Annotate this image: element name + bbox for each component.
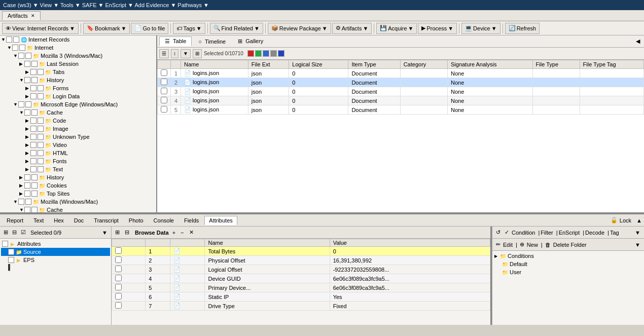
expand-arrow-btn[interactable]: ◀	[636, 38, 642, 45]
col-logical-size[interactable]: Logical Size	[289, 60, 348, 69]
tree-item-10[interactable]: ▶📁Code	[0, 117, 156, 125]
cb-input-3[interactable]	[161, 97, 167, 103]
tree-arrow-11[interactable]: ▶	[25, 126, 30, 131]
browse-cb-input-5[interactable]	[115, 293, 122, 300]
tree-arrow-7[interactable]: ▶	[25, 94, 30, 99]
tree-arrow-5[interactable]: ▼	[19, 78, 24, 83]
tree-item-1[interactable]: ▼📁Internet	[0, 44, 156, 52]
attr-collapse-btn[interactable]: ⊟	[11, 229, 18, 236]
table-row[interactable]: 3 📄 logins.json json 0 Document None	[158, 87, 644, 96]
tree-item-21[interactable]: ▼📁Cache	[0, 206, 156, 212]
process-btn[interactable]: ▶ Process ▼	[418, 23, 457, 34]
col-file-type[interactable]: File Type	[532, 60, 580, 69]
tree-item-13[interactable]: ▶📁Video	[0, 141, 156, 149]
tree-cb2-6[interactable]	[38, 85, 44, 91]
tree-cb2-7[interactable]	[38, 93, 44, 99]
tree-cb-0[interactable]	[6, 36, 12, 43]
tree-arrow-19[interactable]: ▶	[19, 191, 24, 196]
tree-cb2-19[interactable]	[31, 191, 38, 197]
browse-row[interactable]: 2 📄 Physical Offset 16,391,380,992	[112, 256, 490, 265]
browse-cb-input-3[interactable]	[115, 275, 122, 281]
attr-cb-attributes[interactable]	[2, 241, 8, 247]
tree-cb2-1[interactable]	[19, 45, 25, 51]
group-btn[interactable]: ⊞	[193, 49, 202, 58]
gray-filter[interactable]	[270, 50, 277, 57]
columns-btn[interactable]: ☰	[159, 49, 169, 58]
artifacts-btn[interactable]: ⚙ Artifacts ▼	[332, 23, 372, 34]
conditions-user[interactable]: 📁 User	[493, 268, 643, 276]
artifacts-tab[interactable]: Artifacts ✕	[2, 11, 41, 20]
tree-item-14[interactable]: ▶📁HTML	[0, 149, 156, 157]
browse-row[interactable]: 1 📄 Total Bytes 0	[112, 247, 490, 256]
tree-arrow-1[interactable]: ▼	[7, 45, 12, 50]
tree-item-9[interactable]: ▼📁Cache	[0, 108, 156, 117]
bookmark-btn[interactable]: 🔖 Bookmark ▼	[83, 23, 130, 34]
browse-cb-2[interactable]	[112, 265, 146, 274]
tree-cb2-21[interactable]	[31, 207, 38, 212]
tree-arrow-4[interactable]: ▶	[25, 69, 30, 74]
tree-item-15[interactable]: ▶📁Fonts	[0, 157, 156, 165]
browse-col-value[interactable]: Value	[330, 239, 490, 247]
tree-cb2-13[interactable]	[38, 142, 44, 148]
tree-cb2-5[interactable]	[31, 77, 38, 83]
row-checkbox-2[interactable]	[158, 87, 171, 96]
browse-col-name[interactable]: Name	[205, 239, 330, 247]
browse-row[interactable]: 4 📄 Device GUID 6e06c3f089ca3fc9a5...	[112, 274, 490, 283]
tree-cb-1[interactable]	[12, 45, 18, 51]
attr-expand2-btn[interactable]: ▼	[100, 229, 109, 236]
tree-arrow-2[interactable]: ▼	[13, 53, 18, 58]
tree-cb2-20[interactable]	[25, 199, 31, 205]
conditions-root[interactable]: ▶ 📁 Conditions	[493, 252, 643, 260]
tree-arrow-15[interactable]: ▶	[25, 159, 30, 164]
tree-item-8[interactable]: ▼📁Microsoft Edge (Windows/Mac)	[0, 100, 156, 108]
tree-cb2-2[interactable]	[25, 53, 31, 59]
edit-btn[interactable]: ✏	[494, 241, 502, 248]
tab-console[interactable]: Console	[149, 216, 178, 225]
go-to-file-btn[interactable]: 📄 Go to file	[131, 23, 168, 34]
col-item-type[interactable]: Item Type	[348, 60, 400, 69]
attr-cb-source[interactable]	[8, 249, 14, 255]
row-checkbox-1[interactable]	[158, 78, 171, 87]
conditions-expand2-btn[interactable]: ▼	[633, 241, 642, 248]
tree-item-11[interactable]: ▶📁Image	[0, 125, 156, 133]
tags-btn[interactable]: 🏷 Tags ▼	[173, 23, 205, 34]
condition-check-btn[interactable]: ✓	[503, 229, 511, 236]
tree-cb2-17[interactable]	[31, 174, 38, 180]
tree-arrow-16[interactable]: ▶	[25, 167, 30, 172]
browse-cb-3[interactable]	[112, 274, 146, 283]
tree-arrow-18[interactable]: ▶	[19, 183, 24, 188]
filter2-btn[interactable]: ▼	[181, 49, 191, 58]
cb-input-2[interactable]	[161, 88, 167, 94]
col-file-type-tag[interactable]: File Type Tag	[580, 60, 643, 69]
tab-text[interactable]: Text	[29, 216, 48, 225]
tree-arrow-0[interactable]: ▼	[1, 37, 6, 42]
tree-arrow-3[interactable]: ▶	[19, 61, 24, 66]
condition-refresh-btn[interactable]: ↺	[494, 229, 502, 236]
tree-item-16[interactable]: ▶📁Text	[0, 165, 156, 173]
attr-check-btn[interactable]: ☑	[19, 229, 27, 236]
filter-btn[interactable]: |	[538, 230, 540, 236]
tree-cb2-3[interactable]	[31, 61, 38, 67]
delete-folder-btn[interactable]: 🗑	[544, 241, 552, 248]
col-category[interactable]: Category	[400, 60, 447, 69]
tree-item-6[interactable]: ▶📁Forms	[0, 84, 156, 92]
tree-item-7[interactable]: ▶📁Login Data	[0, 92, 156, 100]
green-filter[interactable]	[255, 50, 262, 57]
browse-close-btn[interactable]: ✕	[188, 229, 195, 236]
tree-item-17[interactable]: ▶📁History	[0, 173, 156, 181]
col-name[interactable]: Name	[181, 60, 248, 69]
tab-doc[interactable]: Doc	[69, 216, 89, 225]
browse-cb-1[interactable]	[112, 256, 146, 265]
row-checkbox-3[interactable]	[158, 96, 171, 105]
tree-item-20[interactable]: ▼📁Mozilla (Windows/Mac)	[0, 198, 156, 206]
table-row[interactable]: 5 📄 logins.json json 0 Document None	[158, 105, 644, 115]
attr-item-eps[interactable]: ▶ EPS	[1, 256, 110, 264]
browse-cb-6[interactable]	[112, 302, 146, 311]
browse-cb-input-1[interactable]	[115, 256, 122, 263]
tab-hex[interactable]: Hex	[49, 216, 68, 225]
tree-item-12[interactable]: ▶📁Unknown Type	[0, 133, 156, 141]
tree-cb2-10[interactable]	[38, 118, 44, 124]
cb-input-4[interactable]	[161, 106, 167, 113]
device-btn[interactable]: 💻 Device ▼	[461, 23, 500, 34]
browse-row[interactable]: 7 📄 Drive Type Fixed	[112, 302, 490, 311]
